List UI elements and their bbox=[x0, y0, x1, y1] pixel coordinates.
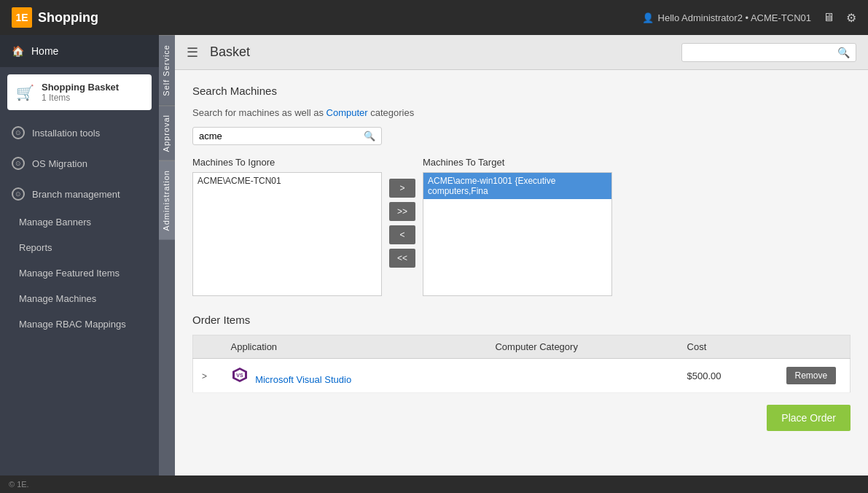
col-computer-category: Computer Category bbox=[486, 335, 678, 359]
menu-icon[interactable]: ☰ bbox=[187, 44, 198, 61]
place-order-button[interactable]: Place Order bbox=[767, 405, 851, 431]
user-icon: 👤 bbox=[642, 12, 654, 23]
table-row: > VS Microsoft Visual Studio bbox=[193, 359, 851, 393]
brand-name: Shopping bbox=[38, 10, 98, 26]
machine-search-input[interactable] bbox=[199, 131, 364, 141]
sidebar-home[interactable]: 🏠 Home bbox=[0, 35, 159, 67]
row-expand[interactable]: > bbox=[193, 359, 222, 393]
transfer-left-all-button[interactable]: << bbox=[389, 249, 415, 268]
table-header: Application Computer Category Cost bbox=[193, 335, 851, 359]
machines-ignore-label: Machines To Ignore bbox=[192, 157, 382, 168]
app-link[interactable]: Microsoft Visual Studio bbox=[255, 374, 351, 385]
search-icon[interactable]: 🔍 bbox=[837, 47, 850, 58]
sidebar-item-manage-featured[interactable]: Manage Featured Items bbox=[0, 260, 159, 286]
brand: 1E Shopping bbox=[12, 7, 98, 28]
footer-label: © 1E. bbox=[9, 480, 29, 489]
sidebar-item-label: Reports bbox=[19, 242, 52, 253]
navbar-right: 👤 Hello Administrator2 • ACME-TCN01 🖥 ⚙ bbox=[642, 11, 856, 25]
global-search-box[interactable]: 🔍 bbox=[681, 43, 856, 62]
content-header: ☰ Basket 🔍 bbox=[175, 35, 868, 70]
sidebar-item-label: Installation tools bbox=[32, 128, 100, 139]
order-items-title: Order Items bbox=[192, 314, 851, 326]
place-order-row: Place Order bbox=[192, 405, 851, 431]
basket-icon: 🛒 bbox=[16, 84, 34, 101]
scroll-content: Search Machines Search for machines as w… bbox=[175, 70, 868, 475]
basket-info: Shopping Basket 1 Items bbox=[42, 82, 119, 103]
monitor-icon[interactable]: 🖥 bbox=[823, 11, 834, 24]
transfer-right-all-button[interactable]: >> bbox=[389, 202, 415, 221]
sidebar-item-label: Manage Machines bbox=[19, 293, 96, 304]
sidebar: 🏠 Home 🛒 Shopping Basket 1 Items ⊙ Insta… bbox=[0, 35, 159, 475]
navbar: 1E Shopping 👤 Hello Administrator2 • ACM… bbox=[0, 0, 868, 35]
col-action bbox=[778, 335, 851, 359]
sidebar-item-label: Manage RBAC Mappings bbox=[19, 319, 126, 330]
circle-icon: ⊙ bbox=[12, 187, 25, 201]
user-info: 👤 Hello Administrator2 • ACME-TCN01 bbox=[642, 12, 811, 23]
gear-icon[interactable]: ⚙ bbox=[846, 11, 856, 25]
sidebar-item-installation-tools[interactable]: ⊙ Installation tools bbox=[0, 117, 159, 148]
circle-icon: ⊙ bbox=[12, 157, 25, 170]
sidebar-item-manage-rbac[interactable]: Manage RBAC Mappings bbox=[0, 311, 159, 337]
transfer-left-one-button[interactable]: < bbox=[389, 225, 415, 244]
machines-target-list[interactable]: ACME\acme-win1001 {Executive computers,F… bbox=[423, 172, 612, 296]
sidebar-item-os-migration[interactable]: ⊙ OS Migration bbox=[0, 148, 159, 179]
list-item[interactable]: ACME\acme-win1001 {Executive computers,F… bbox=[423, 173, 611, 199]
transfer-right-one-button[interactable]: > bbox=[389, 179, 415, 198]
machines-ignore-box: Machines To Ignore ACME\ACME-TCN01 bbox=[192, 157, 382, 296]
row-cost: $500.00 bbox=[679, 359, 778, 393]
sidebar-item-reports[interactable]: Reports bbox=[0, 235, 159, 260]
app-icon: VS bbox=[231, 366, 249, 384]
machine-search-row: 🔍 bbox=[192, 127, 851, 145]
col-application: Application bbox=[222, 335, 487, 359]
sidebar-item-manage-machines[interactable]: Manage Machines bbox=[0, 286, 159, 311]
computer-link[interactable]: Computer bbox=[327, 107, 368, 118]
side-tab-administration[interactable]: Administration bbox=[159, 160, 175, 240]
order-items-table: Application Computer Category Cost > bbox=[192, 335, 851, 393]
main-layout: 🏠 Home 🛒 Shopping Basket 1 Items ⊙ Insta… bbox=[0, 35, 868, 475]
user-label: Hello Administrator2 • ACME-TCN01 bbox=[658, 12, 811, 23]
row-application: VS Microsoft Visual Studio bbox=[222, 359, 487, 393]
table-body: > VS Microsoft Visual Studio bbox=[193, 359, 851, 393]
machine-search-icon[interactable]: 🔍 bbox=[364, 131, 375, 141]
search-desc: Search for machines as well as Computer … bbox=[192, 107, 851, 118]
sidebar-item-branch-management[interactable]: ⊙ Branch management bbox=[0, 179, 159, 209]
row-action: Remove bbox=[778, 359, 851, 393]
machine-search-box[interactable]: 🔍 bbox=[192, 127, 382, 145]
basket-count: 1 Items bbox=[42, 93, 119, 103]
sidebar-item-label: OS Migration bbox=[32, 158, 87, 169]
home-icon: 🏠 bbox=[12, 45, 24, 57]
sidebar-item-label: Branch management bbox=[32, 189, 120, 200]
list-item[interactable]: ACME\ACME-TCN01 bbox=[193, 173, 381, 189]
shopping-basket-card[interactable]: 🛒 Shopping Basket 1 Items bbox=[7, 74, 152, 110]
global-search-input[interactable] bbox=[688, 47, 837, 58]
footer: © 1E. bbox=[0, 475, 868, 493]
side-tab-approval[interactable]: Approval bbox=[159, 105, 175, 160]
circle-icon: ⊙ bbox=[12, 126, 25, 139]
machine-lists: Machines To Ignore ACME\ACME-TCN01 > >> … bbox=[192, 157, 851, 296]
transfer-buttons: > >> < << bbox=[382, 157, 423, 268]
sidebar-item-manage-banners[interactable]: Manage Banners bbox=[0, 209, 159, 235]
page-title: Basket bbox=[210, 44, 670, 60]
sidebar-home-label: Home bbox=[31, 45, 58, 57]
machines-target-label: Machines To Target bbox=[423, 157, 612, 168]
basket-title: Shopping Basket bbox=[42, 82, 119, 93]
sidebar-item-label: Manage Banners bbox=[19, 217, 91, 228]
sidebar-item-label: Manage Featured Items bbox=[19, 268, 120, 279]
col-cost: Cost bbox=[679, 335, 778, 359]
machines-target-box: Machines To Target ACME\acme-win1001 {Ex… bbox=[423, 157, 612, 296]
search-machines-title: Search Machines bbox=[192, 85, 851, 97]
side-tabs: Self Service Approval Administration bbox=[159, 35, 175, 475]
expand-icon[interactable]: > bbox=[202, 371, 207, 381]
row-computer-category bbox=[486, 359, 678, 393]
content-area: ☰ Basket 🔍 Search Machines Search for ma… bbox=[175, 35, 868, 475]
brand-icon: 1E bbox=[12, 7, 32, 28]
machines-ignore-list[interactable]: ACME\ACME-TCN01 bbox=[192, 172, 382, 296]
svg-text:VS: VS bbox=[236, 373, 243, 378]
side-tab-self-service[interactable]: Self Service bbox=[159, 35, 175, 105]
remove-button[interactable]: Remove bbox=[786, 367, 837, 384]
col-expand bbox=[193, 335, 222, 359]
